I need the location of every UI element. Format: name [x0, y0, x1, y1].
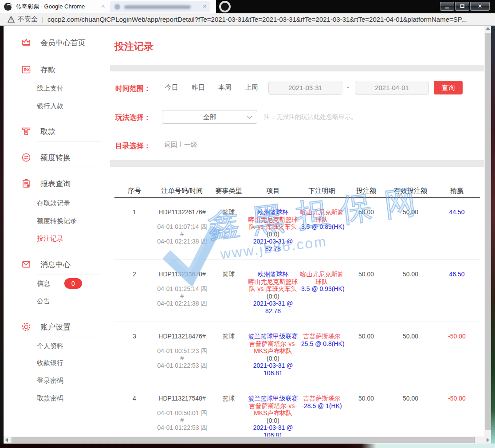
sidebar-item-transfer-records[interactable]: 额度转换记录	[37, 216, 77, 225]
quick-filter-this-week[interactable]: 本周	[218, 83, 232, 92]
sidebar-item-bank-deposit[interactable]: 银行入款	[37, 102, 63, 110]
sidebar-item-account-settings[interactable]: 账户设置	[21, 321, 71, 333]
sidebar-item-label: 存款	[40, 65, 55, 75]
horizontal-scrollbar[interactable]	[4, 436, 491, 444]
bet-times: 04-01 00:51:23 四 # 04-01 01:22:53 四	[154, 347, 210, 369]
sidebar-item-deposit[interactable]: 存款	[21, 63, 55, 76]
bet-time-end: 04-01 01:22:53 四	[154, 424, 210, 432]
cell-item: 欧洲篮球杯 喀山尤尼克斯篮球队-vs-库班火车头 (0:0) 2021-03-3…	[248, 208, 299, 252]
sidebar-item-messages[interactable]: 信息	[37, 279, 50, 288]
time-range-label: 时间范围：	[115, 84, 151, 94]
minimize-icon	[445, 8, 449, 8]
odds: -3.5 @ 0.93(HK)	[299, 285, 345, 293]
match-result: 2021-03-31 @ 82:78	[248, 300, 299, 314]
directory-label: 目录选择：	[115, 141, 151, 151]
vertical-scroll-thumb[interactable]	[485, 33, 491, 430]
minimize-button[interactable]	[440, 2, 454, 11]
page-viewport: 会员中心首页 存款 线上支付 银行入款 取款	[4, 26, 491, 436]
match-name: 喀山尤尼克斯篮球队-vs-库班火车头	[248, 216, 298, 231]
league-name: 欧洲篮球杯	[248, 271, 299, 278]
sidebar-item-online-payment[interactable]: 线上支付	[37, 84, 63, 93]
background-tab-favicon-icon	[114, 4, 120, 10]
cell-bet-detail: 喀山尤尼克斯篮球队 -3.5 @ 0.89(HK)	[299, 208, 345, 252]
close-button[interactable]: ✕	[470, 2, 490, 11]
date-to-input[interactable]: 2021-04-01	[355, 81, 429, 95]
address-bar[interactable]: 不安全 | cqcp2.com/chuanQiCPLoginWeb/app/re…	[0, 13, 495, 26]
match-name: 喀山尤尼克斯篮球队-vs-库班火车头	[248, 278, 298, 293]
play-type-select[interactable]: 全部	[162, 110, 257, 124]
match-score: (0:0)	[267, 293, 279, 300]
col-header-win-loss: 输赢	[434, 187, 480, 195]
page-title: 投注记录	[110, 26, 484, 53]
sidebar-item-member-home[interactable]: 会员中心首页	[21, 36, 86, 49]
col-header-bet-amount: 投注额	[345, 187, 387, 195]
gear-icon	[21, 322, 31, 332]
security-status[interactable]: 不安全	[18, 15, 38, 24]
maximize-button[interactable]	[455, 2, 469, 11]
cell-no: 3	[114, 333, 154, 377]
bet-id: HDP113226176#	[154, 208, 210, 216]
bet-records-table: 序号 注单号码/时间 赛事类型 项目 下注明细 投注额 有效投注额 输赢 1 H…	[110, 167, 484, 436]
back-up-level-link[interactable]: 返回上一级	[164, 141, 197, 149]
cell-bet-detail: 吉普萨斯塔尔 -25.5 @ 0.8(HK)	[299, 333, 345, 377]
sidebar-item-label: 消息中心	[40, 259, 71, 270]
quick-filter-last-week[interactable]: 上周	[245, 83, 258, 92]
sidebar-item-bet-records[interactable]: 投注记录	[37, 234, 63, 243]
quick-filter-yesterday[interactable]: 昨日	[192, 83, 205, 92]
match-score: (0:0)	[267, 355, 279, 362]
scroll-left-arrow-icon[interactable]	[5, 438, 8, 442]
sidebar-item-receiving-bank[interactable]: 收款银行	[37, 358, 63, 367]
background-tab-ghost: ✕	[110, 1, 210, 12]
url-text[interactable]: cqcp2.com/chuanQiCPLoginWeb/app/reportDe…	[47, 16, 467, 23]
cell-win-loss: -50.00	[434, 395, 480, 436]
cell-valid-amount: 50.00	[387, 333, 434, 377]
filter-panel: 时间范围： 今日 昨日 本周 上周 2021-03-31 - 2021-04-0…	[110, 71, 484, 160]
bet-id: HDP113217548#	[154, 395, 210, 402]
sidebar: 会员中心首页 存款 线上支付 银行入款 取款	[4, 26, 110, 436]
league-name: 欧洲篮球杯	[248, 208, 299, 216]
horizontal-scroll-thumb[interactable]	[12, 437, 475, 443]
sidebar-item-message-center[interactable]: 消息中心	[21, 258, 71, 271]
browser-window: 传奇彩票 - Google Chrome ✕ ✕ ✕ 不安全 | cqcp2.c…	[0, 0, 495, 448]
title-bar: 传奇彩票 - Google Chrome ✕ ✕ ✕	[0, 0, 495, 13]
sidebar-item-personal-info[interactable]: 个人资料	[37, 342, 63, 350]
cell-bet-id-time: HDP113218476# 04-01 00:51:23 四 # 04-01 0…	[154, 333, 210, 377]
scroll-right-arrow-icon[interactable]	[487, 438, 489, 442]
cell-no: 1	[114, 208, 154, 252]
win-loss-value: 46.50	[449, 271, 464, 278]
scroll-up-arrow-icon[interactable]	[486, 27, 490, 30]
bet-time-start: 04-01 00:50:01 四	[154, 409, 210, 417]
cell-bet-id-time: HDP113233678# 04-01 01:25:14 四 # 04-01 0…	[154, 271, 210, 314]
sidebar-item-credit-transfer[interactable]: 额度转换	[21, 151, 71, 164]
report-icon	[21, 178, 31, 189]
bet-id: HDP113233678#	[154, 271, 210, 278]
withdraw-icon	[21, 126, 31, 137]
divider	[37, 194, 101, 194]
odds: -28.5 @ 1(HK)	[299, 402, 345, 410]
league-name: 波兰篮球甲级联赛	[248, 395, 299, 402]
sidebar-item-withdraw[interactable]: 取款	[21, 125, 55, 138]
divider	[37, 80, 101, 80]
sidebar-item-withdraw-password[interactable]: 取款密码	[37, 394, 63, 403]
divider	[37, 141, 101, 142]
query-button[interactable]: 查询	[434, 81, 463, 94]
sidebar-item-deposit-withdraw-records[interactable]: 存取款记录	[37, 199, 70, 208]
match-score: (0:0)	[267, 417, 279, 424]
bet-times: 04-01 00:50:01 四 # 04-01 01:22:53 四	[154, 409, 210, 432]
cell-bet-detail: 吉普萨斯塔尔 -28.5 @ 1(HK)	[299, 395, 345, 436]
cell-valid-amount: 50.00	[387, 395, 434, 436]
divider	[37, 337, 101, 337]
quick-filter-today[interactable]: 今日	[165, 83, 178, 92]
site-favicon-icon	[4, 3, 12, 11]
window-border-left	[0, 26, 4, 444]
col-header-bet-detail: 下注明细	[299, 187, 345, 195]
sidebar-item-reports[interactable]: 报表查询	[21, 177, 71, 190]
sidebar-item-announcements[interactable]: 公告	[37, 297, 50, 306]
table-row: 2 HDP113233678# 04-01 01:25:14 四 # 04-01…	[114, 260, 480, 322]
cell-bet-amount: 50.00	[345, 333, 387, 377]
pick-team: 喀山尤尼克斯篮球队	[299, 208, 345, 223]
date-from-input[interactable]: 2021-03-31	[268, 81, 342, 95]
divider	[37, 168, 101, 168]
vertical-scrollbar[interactable]	[484, 26, 491, 436]
sidebar-item-login-password[interactable]: 登录密码	[37, 376, 63, 385]
